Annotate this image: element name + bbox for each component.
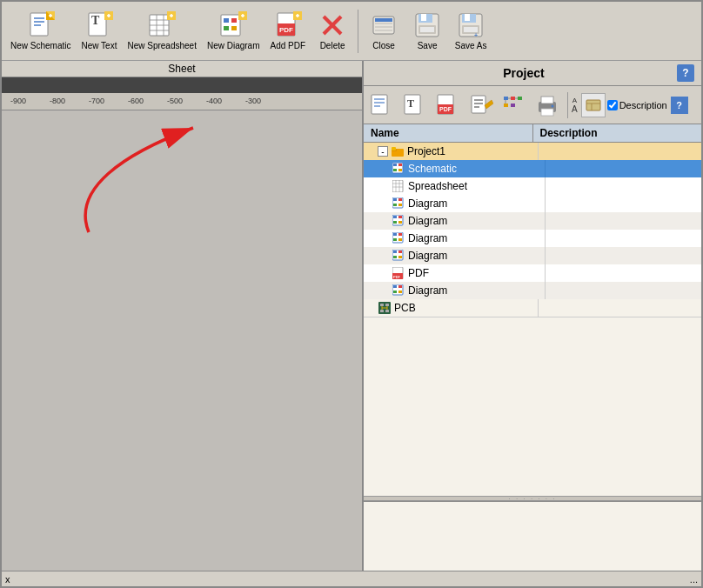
new-schematic-label: New Schematic (10, 41, 70, 50)
svg-text:+: + (474, 32, 478, 38)
new-schematic-button[interactable]: New Schematic (5, 5, 76, 57)
tree-item-diagram4[interactable]: Diagram (364, 247, 701, 264)
svg-rect-24 (231, 18, 237, 23)
tree-empty-area (364, 317, 701, 430)
pcb-item-icon (378, 301, 392, 315)
tree-cell-project1-desc (539, 143, 702, 160)
svg-rect-106 (398, 221, 402, 224)
proj-pdf-button[interactable]: PDF (432, 90, 464, 121)
tree-cell-project1-name: - Project1 (364, 143, 539, 160)
project-panel-header: Project ? (364, 61, 701, 86)
svg-rect-64 (472, 96, 485, 113)
tree-item-diagram2[interactable]: Diagram (364, 212, 701, 230)
diagram3-item-icon (392, 231, 405, 245)
diagram4-item-icon (392, 249, 405, 263)
diagram1-label: Diagram (408, 197, 447, 210)
svg-rect-25 (224, 26, 229, 30)
proj-help-button[interactable]: ? (671, 97, 688, 114)
svg-rect-72 (504, 104, 508, 107)
svg-rect-105 (393, 221, 397, 224)
delete-button[interactable]: Delete (311, 5, 354, 57)
tree-item-schematic[interactable]: Schematic (364, 160, 701, 177)
spreadsheet-label: Spreadsheet (408, 180, 467, 192)
svg-rect-104 (398, 216, 402, 218)
new-text-button[interactable]: T New Text (76, 5, 122, 57)
new-diagram-button[interactable]: New Diagram (202, 5, 265, 57)
project1-expand[interactable]: - (378, 146, 388, 157)
pcb-label: PCB (394, 302, 416, 314)
svg-rect-78 (541, 97, 553, 104)
tree-cell-pcb-name: PCB (364, 299, 539, 317)
svg-rect-47 (420, 27, 434, 32)
description-checkbox-label[interactable]: Description (607, 100, 667, 110)
svg-rect-89 (398, 164, 402, 166)
proj-large-icon[interactable] (581, 93, 606, 117)
svg-rect-79 (541, 109, 553, 116)
spreadsheet-item-icon (392, 179, 405, 193)
project-title: Project (503, 66, 544, 80)
svg-rect-116 (398, 256, 402, 258)
tree-cell-diagram4-desc (546, 247, 702, 264)
new-diagram-label: New Diagram (207, 41, 260, 50)
project1-label: Project1 (407, 145, 445, 157)
save-button[interactable]: Save (405, 5, 449, 57)
tree-item-project1[interactable]: - Project1 (364, 143, 701, 160)
status-bar: x ... (2, 571, 701, 586)
tree-col-name: Name (364, 124, 533, 142)
proj-text-button[interactable]: T (399, 90, 431, 121)
proj-print-button[interactable] (532, 90, 563, 121)
sheet-label: Sheet (2, 61, 362, 77)
add-pdf-icon: PDF (274, 11, 302, 39)
tree-item-spreadsheet[interactable]: Spreadsheet (364, 177, 701, 195)
tree-item-diagram5[interactable]: Diagram (364, 282, 701, 299)
tree-item-diagram3[interactable]: Diagram (364, 230, 701, 247)
pdf-label: PDF (408, 267, 429, 279)
close-button[interactable]: Close (362, 5, 405, 57)
tree-item-diagram1[interactable]: Diagram (364, 195, 701, 212)
svg-rect-127 (385, 304, 389, 306)
tree-cell-diagram1-name: Diagram (364, 195, 546, 212)
toolbar-separator (358, 10, 358, 53)
svg-rect-73 (511, 104, 515, 107)
svg-rect-115 (393, 256, 397, 258)
tree-item-pdf[interactable]: PDF PDF (364, 264, 701, 282)
tree-cell-spreadsheet-name: Spreadsheet (364, 177, 546, 195)
svg-rect-69 (504, 97, 508, 100)
main-toolbar: New Schematic T New Text (2, 2, 701, 61)
svg-rect-100 (393, 204, 397, 206)
add-pdf-button[interactable]: PDF Add PDF (265, 5, 311, 57)
proj-description-check: A A Description ? (572, 93, 689, 117)
sheet-area: Sheet -900 -800 -700 -600 -500 -400 -300 (2, 61, 362, 571)
svg-rect-99 (398, 198, 402, 201)
tree-item-pcb[interactable]: PCB (364, 299, 701, 317)
svg-text:PDF: PDF (279, 26, 293, 34)
close-label: Close (372, 41, 395, 50)
proj-diagram-button[interactable] (499, 90, 530, 121)
diagram2-item-icon (392, 214, 405, 228)
diagram2-label: Diagram (408, 215, 447, 227)
schematic-item-icon (392, 162, 405, 176)
tree-cell-spreadsheet-desc (546, 177, 702, 195)
tree-cell-pcb-desc (539, 299, 702, 317)
save-as-button[interactable]: + Save As (449, 5, 492, 57)
schematic-label: Schematic (408, 163, 457, 175)
description-checkbox[interactable] (607, 100, 618, 110)
proj-schematic-button[interactable] (366, 90, 398, 121)
project-help-button[interactable]: ? (677, 64, 694, 82)
svg-rect-26 (231, 26, 237, 30)
new-text-icon: T (85, 11, 113, 39)
svg-rect-70 (511, 97, 515, 100)
svg-rect-108 (393, 233, 397, 236)
delete-label: Delete (320, 41, 345, 50)
svg-rect-98 (393, 198, 397, 201)
new-spreadsheet-button[interactable]: New Spreadsheet (122, 5, 202, 57)
tree-cell-diagram4-name: Diagram (364, 247, 546, 264)
diagram3-label: Diagram (408, 232, 447, 244)
proj-edit-button[interactable] (465, 90, 497, 121)
tree-col-desc: Description (533, 124, 702, 142)
tree-cell-diagram5-name: Diagram (364, 282, 546, 299)
svg-rect-103 (393, 216, 397, 218)
svg-rect-111 (398, 238, 402, 241)
svg-rect-128 (380, 310, 384, 312)
tree-cell-pdf-name: PDF PDF (364, 264, 546, 282)
